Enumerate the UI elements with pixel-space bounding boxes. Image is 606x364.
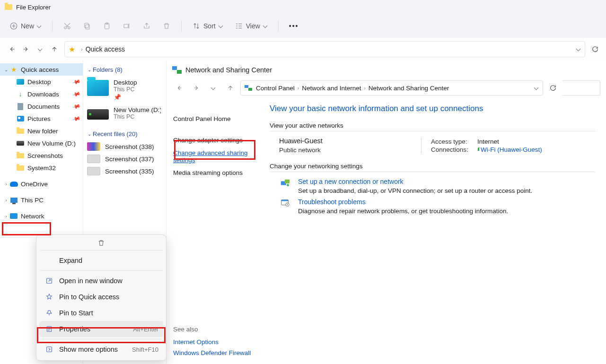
tree-onedrive[interactable]: ›OneDrive <box>0 178 83 190</box>
nsc-address-bar[interactable]: Control Panel› Network and Internet› Net… <box>240 80 543 95</box>
tree-item-system32[interactable]: System32 <box>0 162 83 174</box>
copy-button[interactable] <box>78 19 96 33</box>
chevron-right-icon[interactable]: › <box>3 214 9 219</box>
tree-item-documents[interactable]: Documents📌 <box>0 100 83 113</box>
tree-item-desktop[interactable]: Desktop📌 <box>0 76 83 88</box>
cut-icon <box>63 22 71 30</box>
tree-network[interactable]: ›Network <box>0 210 83 222</box>
chevron-right-icon[interactable]: › <box>3 198 9 203</box>
ctx-open-new-window[interactable]: Open in new window <box>39 273 163 289</box>
item-title: Desktop <box>114 79 137 86</box>
recent-item[interactable]: Screenshot (337) <box>85 153 164 165</box>
up-button[interactable] <box>47 42 61 56</box>
svg-rect-7 <box>124 24 128 28</box>
recent-item[interactable]: Screenshot (338) <box>85 140 164 153</box>
thumbnail-icon <box>87 167 100 175</box>
tree-label: System32 <box>27 165 56 172</box>
chevron-right-icon[interactable]: › <box>3 182 9 187</box>
ctx-pin-start[interactable]: Pin to Start <box>39 305 163 321</box>
ctx-delete-button[interactable] <box>39 238 163 248</box>
chevron-down-icon[interactable] <box>576 47 581 52</box>
nsc-recent-dropdown[interactable] <box>206 81 220 95</box>
cp-home-link[interactable]: Control Panel Home <box>173 113 266 125</box>
sort-button[interactable]: Sort <box>187 19 228 33</box>
refresh-button[interactable] <box>588 42 602 56</box>
ctx-expand[interactable]: Expand <box>39 252 163 269</box>
nsc-up-button[interactable] <box>223 81 237 95</box>
nsc-left-pane: Control Panel Home Change adapter settin… <box>173 102 266 358</box>
share-icon <box>142 22 151 30</box>
chevron-down-icon <box>37 24 42 28</box>
tree-item-screenshots[interactable]: Screenshots <box>0 149 83 162</box>
back-button[interactable] <box>5 42 19 56</box>
nsc-title: Network and Sharing Center <box>167 61 606 78</box>
folder-item-newvolume[interactable]: New Volume (D:) This PC <box>85 104 164 123</box>
tree-item-newfolder[interactable]: New folder <box>0 125 83 137</box>
ctx-label: Show more options <box>59 346 118 353</box>
chevron-right-icon: › <box>364 86 365 91</box>
breadcrumb[interactable]: Network and Sharing Center <box>369 85 449 92</box>
tree-thispc[interactable]: ›This PC <box>0 194 83 206</box>
folder-item-desktop[interactable]: Desktop This PC 📌 <box>85 76 164 104</box>
trash-icon <box>162 22 171 30</box>
recent-item[interactable]: Screenshot (335) <box>85 165 164 177</box>
tree-item-downloads[interactable]: ↓Downloads📌 <box>0 88 83 100</box>
network-type: Public network <box>279 147 421 154</box>
setup-icon <box>279 178 291 188</box>
advanced-sharing-link[interactable]: Change advanced sharing settings <box>173 147 249 166</box>
share-button[interactable] <box>138 19 156 33</box>
nsc-search-input[interactable] <box>562 80 600 95</box>
tree-item-newvolume[interactable]: New Volume (D:) <box>0 137 83 149</box>
nsc-refresh-button[interactable] <box>546 81 560 95</box>
firewall-link[interactable]: Windows Defender Firewall <box>173 347 251 358</box>
view-button[interactable]: View <box>230 19 272 33</box>
recent-dropdown[interactable] <box>33 42 47 56</box>
delete-button[interactable] <box>158 19 176 33</box>
chevron-down-icon[interactable]: ⌄ <box>3 67 9 72</box>
adapter-settings-link[interactable]: Change adapter settings <box>173 134 266 147</box>
setup-connection-link[interactable]: Set up a new connection or network <box>298 178 404 185</box>
item-subtitle: This PC <box>114 86 137 93</box>
folder-icon <box>5 4 12 10</box>
forward-button[interactable] <box>19 42 33 56</box>
nsc-title-text: Network and Sharing Center <box>185 66 272 74</box>
rename-button[interactable] <box>118 19 136 33</box>
ctx-show-more[interactable]: Show more optionsShift+F10 <box>39 341 163 357</box>
internet-options-link[interactable]: Internet Options <box>173 337 251 347</box>
tree-quick-access[interactable]: ⌄ ★ Quick access <box>0 63 83 76</box>
refresh-icon <box>549 84 557 92</box>
arrow-up-icon <box>227 84 234 92</box>
star-icon: ★ <box>9 65 18 74</box>
recent-section-header[interactable]: ⌄Recent files (20) <box>85 128 164 140</box>
more-options-icon <box>45 346 53 353</box>
nsc-heading: View your basic network information and … <box>270 104 596 113</box>
item-title: Screenshot (338) <box>105 143 154 150</box>
star-outline-icon <box>45 293 53 301</box>
breadcrumb[interactable]: Control Panel <box>256 85 295 92</box>
chevron-down-icon <box>38 47 43 52</box>
breadcrumb[interactable]: Network and Internet <box>302 85 361 92</box>
cut-button[interactable] <box>58 19 76 33</box>
nsc-forward-button[interactable] <box>189 81 203 95</box>
more-button[interactable]: ••• <box>284 19 304 33</box>
address-bar[interactable]: ★ › Quick access <box>64 41 585 57</box>
tree-label: This PC <box>21 197 44 204</box>
folder-icon <box>17 153 24 158</box>
chevron-down-icon[interactable] <box>534 86 539 90</box>
media-streaming-link[interactable]: Media streaming options <box>173 166 266 179</box>
connection-link[interactable]: Wi-Fi (Huawei-Guest) <box>481 146 542 153</box>
folder-icon <box>17 165 24 171</box>
ctx-pin-quick-access[interactable]: Pin to Quick access <box>39 289 163 305</box>
nsc-back-button[interactable] <box>172 81 186 95</box>
new-button[interactable]: New <box>5 19 46 33</box>
paste-button[interactable] <box>98 19 116 33</box>
pin-icon: 📌 <box>72 89 81 99</box>
tree-item-pictures[interactable]: Pictures📌 <box>0 113 83 125</box>
arrow-left-icon <box>176 84 183 92</box>
access-type-label: Access type: <box>431 138 477 145</box>
folders-section-header[interactable]: ⌄Folders (8) <box>85 63 164 76</box>
see-also-header: See also <box>173 326 251 333</box>
troubleshoot-link[interactable]: Troubleshoot problems <box>298 198 366 206</box>
ctx-properties[interactable]: PropertiesAlt+Enter <box>39 321 163 337</box>
network-icon <box>10 213 18 219</box>
